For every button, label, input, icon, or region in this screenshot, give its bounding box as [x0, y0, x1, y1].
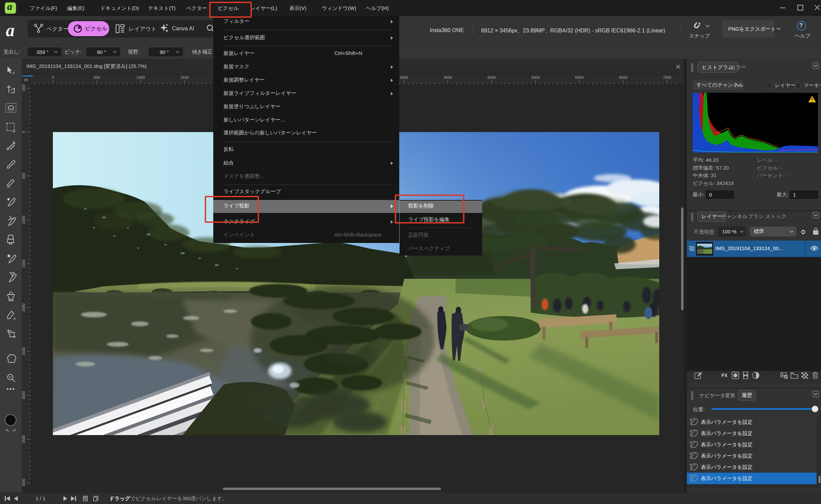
svg-text:5500: 5500 [531, 75, 539, 80]
svg-text:1000: 1000 [136, 75, 145, 80]
svg-text:4000: 4000 [22, 479, 26, 486]
svg-text:500: 500 [93, 75, 100, 80]
svg-text:2500: 2500 [22, 347, 26, 356]
svg-text:4000: 4000 [400, 75, 408, 80]
svg-text:0: 0 [22, 131, 26, 133]
svg-text:500: 500 [22, 173, 26, 179]
svg-text:1500: 1500 [22, 259, 26, 268]
svg-text:1500: 1500 [180, 75, 188, 80]
svg-text:0: 0 [52, 75, 54, 80]
svg-text:3000: 3000 [22, 391, 26, 399]
svg-text:7000: 7000 [663, 75, 671, 80]
svg-text:-500: -500 [22, 84, 26, 92]
svg-text:5000: 5000 [487, 75, 495, 80]
svg-text:6500: 6500 [619, 75, 627, 80]
svg-text:2000: 2000 [22, 303, 26, 312]
svg-text:4500: 4500 [444, 75, 452, 80]
svg-text:3500: 3500 [22, 435, 26, 443]
svg-text:1000: 1000 [22, 216, 26, 224]
svg-text:6000: 6000 [575, 75, 584, 80]
